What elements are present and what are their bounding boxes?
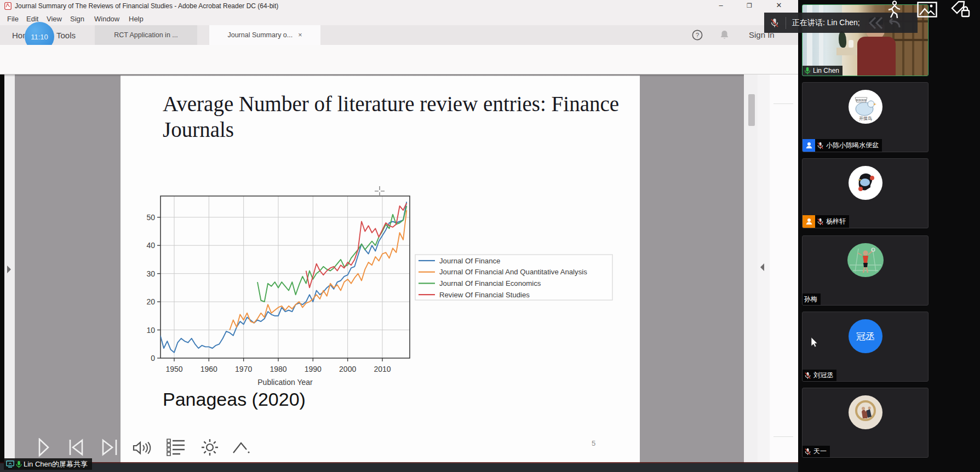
muted-mic-icon [817,218,824,226]
avatar-bird: 啊啊啊啊开摆鸟 [849,90,882,124]
avatar-initials: 冠丞 [849,319,882,353]
participant-name: 小陈小陈喝水便盆 [826,141,879,150]
acrobat-window: Journal Summary of The Reviews of Financ… [0,0,798,472]
menu-sign[interactable]: Sign [70,15,84,23]
screenshot-root: Journal Summary of The Reviews of Financ… [0,0,980,472]
tab-document-rct[interactable]: RCT Application in ... [95,25,197,45]
legend-label: Review Of Financial Studies [439,291,530,299]
muted-mic-icon [817,142,824,149]
mouse-cursor [811,337,818,347]
previous-button[interactable] [68,439,84,456]
window-title: Journal Summary of The Reviews of Financ… [15,2,278,10]
x-tick-label: 1990 [305,365,322,373]
menu-file[interactable]: File [7,15,19,23]
tab-bar: Home Tools RCT Application in ... Journa… [0,25,798,45]
participant-badge [803,139,815,152]
scrollbar-thumb[interactable] [748,94,755,126]
series-line [230,210,406,330]
pdf-app-icon [4,2,12,10]
play-button[interactable] [38,438,49,457]
pdf-page-number: 5 [592,439,595,447]
participant-tile[interactable]: 孙梅 [802,235,929,306]
walking-person-icon[interactable] [886,1,902,19]
next-button[interactable] [102,439,118,456]
playlist-icon[interactable] [166,438,186,457]
share-mic-icon [16,461,22,468]
bottom-taskbar [0,463,798,472]
y-tick-label: 30 [146,269,155,278]
screen-share-icon [6,461,14,468]
menu-window[interactable]: Window [94,15,119,23]
mic-on-icon [804,67,811,74]
close-button[interactable]: ✕ [770,0,788,11]
participant-tile[interactable]: 啊啊啊啊开摆鸟小陈小陈喝水便盆 [802,82,929,152]
participant-label: 杨梓轩 [815,215,849,228]
main-toolbar: 5 / 62 76% ✦ [0,45,798,74]
screenshot-image-icon[interactable] [917,2,937,18]
legend-label: Journal Of Financial And Quantitative An… [439,268,587,276]
menu-view[interactable]: View [47,15,62,23]
participant-badge [803,215,815,228]
tab-close-icon[interactable]: × [298,31,302,39]
banner-divider [786,17,786,29]
x-tick-label: 1960 [200,365,217,373]
participant-name: 孙梅 [804,295,817,304]
participant-tile[interactable]: 杨梓轩 [802,158,929,228]
participant-name: Lin Chen [813,67,839,74]
legend-label: Journal Of Financial Economics [439,279,541,287]
document-area: Average Number of literature review entr… [0,74,798,472]
annotate-icon[interactable] [232,441,251,455]
scrollbar-track[interactable] [744,74,758,463]
muted-mic-icon [804,372,811,379]
crosshair-cursor [374,185,386,197]
avatar-badminton [847,243,884,277]
x-tick-label: 1970 [235,365,252,373]
participant-name: 杨梓轩 [826,217,846,226]
participant-label: 天一 [803,446,830,457]
minimize-button[interactable]: – [712,0,730,11]
vase [849,40,853,48]
title-bar: Journal Summary of The Reviews of Financ… [0,0,798,12]
participant-name: 刘冠丞 [813,371,833,380]
x-axis-title: Publication Year [257,378,313,387]
avatar-photo [849,395,882,429]
menu-bar: File Edit View Sign Window Help [0,12,798,25]
participant-tile[interactable]: 天一 [802,388,929,458]
svg-text:啊啊啊啊: 啊啊啊啊 [856,99,867,102]
svg-text:开摆鸟: 开摆鸟 [859,116,872,121]
x-tick-label: 1950 [165,365,182,373]
y-tick-label: 0 [151,354,155,362]
x-tick-label: 2000 [339,365,356,373]
pdf-page[interactable]: Average Number of literature review entr… [121,76,640,463]
meeting-panel: Lin Chen啊啊啊啊开摆鸟小陈小陈喝水便盆杨梓轩孙梅冠丞刘冠丞天一 P 11… [798,0,980,472]
tab-tools[interactable]: Tools [56,31,76,40]
tools-pane-collapse-icon[interactable] [760,263,765,272]
tab-document-active[interactable]: Journal Summary o... × [209,25,320,45]
tools-sidebar [770,74,798,463]
legend-label: Journal Of Finance [439,257,500,265]
participant-tile[interactable]: 冠丞刘冠丞 [802,312,929,382]
maximize-button[interactable]: ❐ [740,0,759,11]
participant-label: Lin Chen [803,66,843,76]
nav-pane-expand-icon[interactable] [6,265,12,274]
y-tick-label: 50 [146,213,155,222]
left-black-edge [0,74,4,472]
sidebar-divider [773,436,793,437]
tag-lock-icon[interactable] [951,1,971,19]
menu-help[interactable]: Help [129,15,144,23]
x-tick-label: 2010 [374,365,391,373]
volume-icon[interactable] [133,440,151,456]
participant-label: 孙梅 [803,293,821,305]
help-icon[interactable]: ? [692,30,703,41]
settings-icon[interactable] [200,438,219,457]
sidebar-divider [773,103,793,104]
x-tick-label: 1980 [270,365,286,373]
participant-label: 小陈小陈喝水便盆 [815,139,882,152]
participant-label: 刘冠丞 [803,370,836,381]
muted-mic-icon [804,448,811,456]
avatar-figure [849,166,882,200]
y-tick-label: 10 [146,326,155,335]
bell-icon[interactable] [720,30,729,40]
person-body [857,37,896,76]
y-tick-label: 40 [146,241,155,250]
